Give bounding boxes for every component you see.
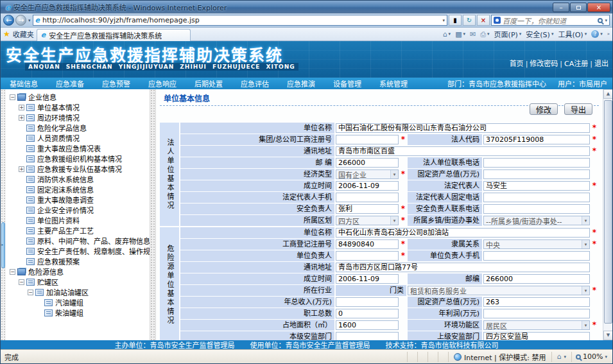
url-box[interactable]: e http://localhost:90/yjzh/frame/homepag… (33, 15, 447, 26)
tree-item[interactable]: −贮罐区 (7, 277, 150, 287)
refresh-button[interactable]: ↻ (463, 15, 476, 26)
tree-form-splitter[interactable] (150, 89, 156, 340)
right-field-input[interactable]: 马安生 (483, 181, 590, 191)
search-icon[interactable] (598, 18, 603, 23)
search-options-chevron[interactable]: ▾ (605, 18, 607, 23)
tree-item[interactable]: 主要产品生产工艺 (7, 225, 150, 236)
collapse-box-icon[interactable]: − (10, 269, 15, 275)
expand-box-icon[interactable]: + (19, 166, 24, 172)
right-field-input[interactable] (483, 309, 590, 318)
help-button[interactable]: ?▾ (591, 30, 603, 38)
dropdown-arrow-icon[interactable]: ▾ (582, 216, 589, 225)
tree-item[interactable]: −危险源信息 (7, 266, 150, 277)
left-field-input[interactable] (336, 332, 399, 340)
scroll-up-arrow[interactable]: ▲ (603, 89, 612, 99)
compatibility-view-button[interactable]: ▮ (449, 15, 462, 26)
left-field-input[interactable]: 2006-11-09 (336, 274, 399, 284)
tree-item[interactable]: 企业安全评价情况 (7, 205, 150, 215)
url-dropdown-chevron[interactable]: ▾ (442, 18, 445, 23)
print-button[interactable]: ⎙▾ (480, 30, 489, 39)
url-text[interactable]: http://localhost:90/yjzh/frame/homepage.… (42, 16, 440, 24)
left-field-input[interactable]: 张利 (336, 204, 399, 214)
minimize-button[interactable]: – (553, 3, 569, 12)
left-field-input[interactable]: 1600 (336, 320, 399, 330)
menu-item-7[interactable]: 设备管理 (324, 78, 370, 89)
scroll-down-arrow[interactable]: ▼ (603, 331, 612, 340)
more-commands-chevron[interactable]: » (607, 31, 610, 37)
tree-item[interactable]: +周边环境情况 (7, 112, 150, 123)
left-field-input[interactable] (336, 135, 399, 144)
dropdown-arrow-icon[interactable]: ▾ (582, 240, 589, 248)
command-2[interactable]: 工具(O)▾ (558, 29, 587, 39)
vertical-scrollbar[interactable]: ▲ ▼ (603, 89, 612, 340)
scrollbar-thumb[interactable] (604, 100, 612, 324)
left-field-input[interactable]: 84890840 (336, 239, 399, 249)
left-field-input[interactable] (336, 297, 399, 307)
industry-field-select[interactable]: 租赁和商务服务业▾ (408, 286, 590, 295)
banner-link-0[interactable]: 首页 (510, 60, 524, 68)
tree-item[interactable]: 汽油罐组 (7, 297, 150, 308)
tree-item[interactable]: +应急救援专业队伍基本情况 (7, 164, 150, 174)
dropdown-arrow-icon[interactable]: ▾ (390, 216, 398, 225)
tree-item[interactable]: 原料、中间产物、产品、废弃物信息 (7, 236, 150, 246)
menu-item-0[interactable]: 基础信息 (1, 78, 47, 89)
search-input[interactable]: 百度一下，你就知道 (503, 15, 596, 26)
left-field-input[interactable]: 266000 (336, 158, 399, 168)
tree-item[interactable]: 单位图片资料 (7, 215, 150, 225)
home-button[interactable]: ⌂▾ (443, 30, 451, 39)
modify-button[interactable]: 修改 (530, 103, 558, 115)
right-field-input[interactable] (483, 204, 590, 214)
tree-item[interactable]: 重大事故应急情况表 (7, 143, 150, 153)
field-input[interactable]: 青岛市市南区百盛 (336, 146, 590, 156)
expand-box-icon[interactable]: + (19, 105, 24, 110)
field-input[interactable]: 中国石油化工股份有限公司山东青岛石油分公司 (336, 123, 590, 133)
tree-item[interactable]: 应急救援组织机构基本情况 (7, 153, 150, 164)
command-1[interactable]: 安全(S)▾ (526, 29, 553, 39)
browser-tab[interactable]: e 安全生产应急救援指挥辅助决策系统 (37, 29, 191, 41)
command-0[interactable]: 页面(P)▾ (494, 29, 522, 39)
right-field-input[interactable] (483, 158, 590, 168)
menu-item-2[interactable]: 应急预警 (93, 78, 139, 89)
tree-item[interactable]: 危险化学品信息 (7, 123, 150, 133)
tree-item[interactable]: 固定泡沫系统信息 (7, 184, 150, 195)
recent-pages-chevron[interactable]: ▾ (28, 18, 31, 23)
tree-item[interactable]: +单位基本情况 (7, 102, 150, 112)
left-field-input[interactable]: 2006-11-09 (336, 181, 399, 191)
dropdown-arrow-icon[interactable]: ▾ (582, 321, 589, 329)
left-field-select[interactable]: 四方区▾ (336, 216, 399, 225)
field-input[interactable]: 青岛市四方区周口路77号 (336, 263, 590, 272)
right-field-select[interactable]: --所属乡镇/街道办事处--▾ (483, 216, 590, 225)
menu-item-6[interactable]: 应急推演 (278, 78, 324, 89)
right-field-input[interactable]: 266000 (483, 274, 590, 284)
right-field-select[interactable]: 居民区▾ (483, 320, 590, 330)
tree-item[interactable]: 安全生产责任制、规章制度、操作规程信息 (7, 246, 150, 256)
tree-item[interactable]: 消防供水系统信息 (7, 174, 150, 184)
banner-link-3[interactable]: 退出 (594, 60, 609, 68)
dropdown-arrow-icon[interactable]: ▾ (582, 286, 589, 295)
expand-box-icon[interactable]: + (19, 115, 24, 121)
collapse-box-icon[interactable]: − (10, 94, 15, 100)
dropdown-arrow-icon[interactable]: ▾ (390, 170, 398, 178)
maximize-button[interactable] (570, 3, 587, 12)
right-field-input[interactable] (483, 193, 590, 202)
banner-link-2[interactable]: CA注册 (564, 60, 588, 68)
tree-item[interactable]: 柴油罐组 (7, 308, 150, 318)
forward-button[interactable]: → (15, 15, 26, 26)
right-field-input[interactable]: 370205F119008 (483, 135, 590, 144)
menu-item-1[interactable]: 应急准备 (47, 78, 93, 89)
tree-item[interactable]: 应急救援预案 (7, 256, 150, 266)
feeds-button[interactable]: ▩▾ (455, 30, 465, 39)
left-field-select[interactable]: 国有企业▾ (336, 169, 399, 179)
tree-item[interactable]: 人员资质情况 (7, 133, 150, 143)
favorites-star-icon[interactable]: ★ (3, 30, 10, 39)
left-field-input[interactable] (336, 251, 399, 261)
favorites-button[interactable]: 收藏夹 (13, 29, 34, 39)
zoom-level-button[interactable]: 100% ▾ (571, 352, 612, 362)
collapse-box-icon[interactable]: − (28, 290, 33, 295)
export-button[interactable]: 导出 (564, 103, 592, 115)
tree-item[interactable]: 重大事故隐患调查 (7, 195, 150, 205)
left-field-input[interactable] (336, 193, 399, 202)
right-field-input[interactable]: 四方区安监局 (483, 332, 590, 340)
menu-item-4[interactable]: 后期处置 (186, 78, 232, 89)
mail-button[interactable]: ✉ (470, 30, 476, 39)
